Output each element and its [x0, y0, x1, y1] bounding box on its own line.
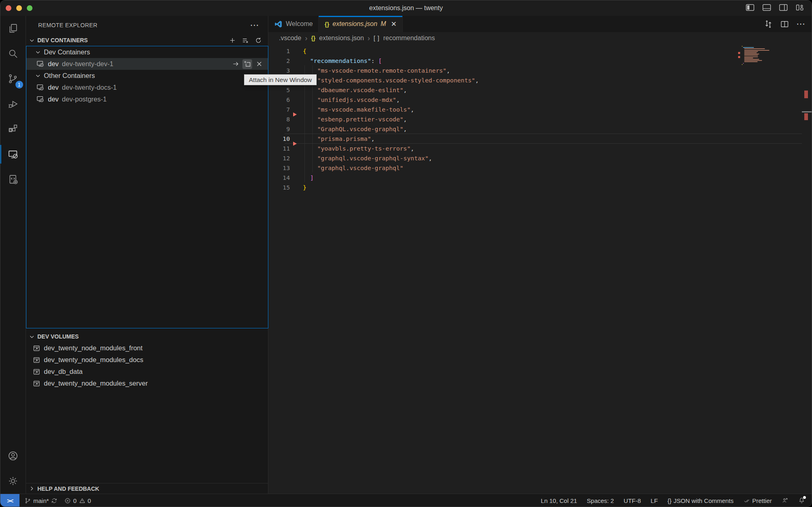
volume-row[interactable]: dev_twenty_node_modules_docs — [26, 354, 268, 366]
container-row-dev-twenty-docs-1[interactable]: dev dev-twenty-docs-1 — [26, 82, 268, 93]
container-row-dev-postgres-1[interactable]: dev dev-postgres-1 — [26, 93, 268, 105]
line-number: 9 — [268, 125, 290, 132]
remote-explorer-icon[interactable] — [0, 142, 26, 167]
code-line-15[interactable]: 15} — [268, 182, 812, 192]
git-branch-item[interactable]: main* — [24, 497, 58, 504]
braces-icon: {} — [667, 497, 672, 504]
remote-settings-icon[interactable] — [0, 167, 26, 192]
container-prefix: dev — [48, 84, 59, 91]
toggle-secondary-sidebar-icon[interactable] — [778, 2, 788, 14]
explorer-icon[interactable] — [0, 16, 26, 41]
line-number: 6 — [268, 96, 290, 103]
code-line-13[interactable]: 13 "graphql.vscode-graphql" — [268, 163, 812, 173]
chevron-down-icon — [28, 37, 35, 44]
editor-more-actions-icon[interactable]: ⋯ — [796, 22, 805, 26]
volume-row[interactable]: dev_db_data — [26, 366, 268, 378]
chevron-down-icon — [28, 333, 35, 340]
settings-gear-icon[interactable] — [0, 468, 26, 494]
json-file-icon: {} — [311, 35, 315, 41]
code-line-14[interactable]: 14 ] — [268, 173, 812, 182]
volume-name: dev_twenty_node_modules_server — [44, 380, 148, 387]
line-number: 15 — [268, 184, 290, 191]
code-line-5[interactable]: 5 "dbaeumer.vscode-eslint", — [268, 85, 812, 95]
code-line-10[interactable]: 10 "prisma.prisma", — [268, 134, 812, 143]
run-debug-icon[interactable] — [0, 91, 26, 117]
stop-container-icon[interactable] — [254, 59, 264, 69]
sync-icon[interactable] — [51, 497, 58, 504]
line-number: 10 — [268, 135, 290, 142]
volume-row[interactable]: dev_twenty_node_modules_server — [26, 378, 268, 389]
code-line-4[interactable]: 4 "styled-components.vscode-styled-compo… — [268, 75, 812, 85]
code-line-2[interactable]: 2 "recommendations": [ — [268, 56, 812, 65]
code-line-11[interactable]: 11 "yoavbls.pretty-ts-errors", — [268, 143, 812, 153]
group-label: Dev Containers — [44, 48, 90, 56]
search-icon[interactable] — [0, 41, 26, 66]
minimap[interactable] — [742, 46, 769, 82]
clean-list-icon[interactable] — [242, 37, 249, 44]
breadcrumb-file[interactable]: extensions.json — [319, 35, 364, 42]
cursor-position-item[interactable]: Ln 10, Col 21 — [541, 497, 577, 504]
container-prefix: dev — [48, 60, 59, 68]
breadcrumb: .vscode › {} extensions.json › [ ] recom… — [268, 32, 812, 44]
section-label: DEV VOLUMES — [37, 333, 79, 340]
container-row-dev-twenty-dev-1[interactable]: dev dev-twenty-dev-1 — [26, 58, 268, 70]
code-editor[interactable]: 1{2 "recommendations": [3 "ms-vscode-rem… — [268, 44, 812, 494]
source-control-icon[interactable]: 1 — [0, 66, 26, 91]
indentation-item[interactable]: Spaces: 2 — [587, 497, 614, 504]
customize-layout-icon[interactable] — [795, 2, 805, 14]
code-line-9[interactable]: 9 "GraphQL.vscode-graphql", — [268, 124, 812, 134]
help-and-feedback-section[interactable]: HELP AND FEEDBACK — [26, 483, 268, 494]
attach-in-new-window-icon[interactable] — [242, 59, 252, 69]
minimap-error-dot — [738, 56, 740, 58]
close-tab-icon[interactable]: ✕ — [391, 20, 397, 28]
code-line-3[interactable]: 3 "ms-vscode-remote.remote-containers", — [268, 65, 812, 75]
breadcrumb-symbol[interactable]: recommendations — [383, 35, 435, 42]
formatter-item[interactable]: Prettier — [743, 497, 772, 504]
overview-ruler-error-marker[interactable] — [804, 91, 808, 98]
overview-ruler-error-marker[interactable] — [804, 113, 808, 120]
tab-welcome[interactable]: Welcome — [268, 16, 319, 32]
volume-icon — [32, 368, 41, 376]
feedback-item[interactable] — [782, 497, 788, 505]
section-dev-containers[interactable]: DEV CONTAINERS — [26, 35, 268, 46]
toggle-primary-sidebar-icon[interactable] — [745, 2, 755, 14]
problems-item[interactable]: 0 0 — [64, 497, 91, 504]
scm-badge: 1 — [15, 81, 23, 88]
chevron-down-icon — [35, 72, 41, 79]
tab-extensions-json[interactable]: {} extensions.json M ✕ — [319, 16, 403, 32]
tree-group-other-containers[interactable]: Other Containers — [26, 70, 268, 82]
attach-to-container-icon[interactable] — [231, 59, 240, 69]
new-container-icon[interactable] — [229, 37, 236, 44]
tab-label: extensions.json — [333, 20, 377, 28]
tree-group-dev-containers[interactable]: Dev Containers — [26, 46, 268, 58]
volume-name: dev_twenty_node_modules_docs — [44, 356, 143, 364]
extensions-icon[interactable] — [0, 117, 26, 142]
notifications-item[interactable] — [798, 497, 805, 505]
line-number: 8 — [268, 116, 290, 123]
section-dev-volumes[interactable]: DEV VOLUMES — [26, 331, 268, 342]
code-line-6[interactable]: 6 "unifiedjs.vscode-mdx", — [268, 95, 812, 104]
code-line-12[interactable]: 12 "graphql.vscode-graphql-syntax", — [268, 153, 812, 163]
code-line-1[interactable]: 1{ — [268, 46, 812, 56]
volume-row[interactable]: dev_twenty_node_modules_front — [26, 342, 268, 354]
encoding-item[interactable]: UTF-8 — [624, 497, 641, 504]
overview-ruler-cursor-marker[interactable] — [802, 111, 812, 112]
compare-changes-icon[interactable] — [764, 19, 773, 29]
volume-name: dev_db_data — [44, 368, 82, 375]
code-line-7[interactable]: 7 "ms-vscode.makefile-tools", — [268, 104, 812, 114]
volume-name: dev_twenty_node_modules_front — [44, 344, 143, 352]
branch-name: main* — [33, 497, 49, 504]
vscode-logo-icon — [274, 20, 283, 28]
accounts-icon[interactable] — [0, 443, 26, 468]
remote-indicator[interactable]: >< — [0, 494, 19, 507]
sidebar-more-actions-icon[interactable]: ⋯ — [250, 23, 259, 27]
notification-dot — [803, 496, 806, 499]
eol-item[interactable]: LF — [651, 497, 658, 504]
code-line-8[interactable]: 8 "esbenp.prettier-vscode", — [268, 114, 812, 124]
toggle-panel-icon[interactable] — [762, 2, 772, 14]
split-editor-icon[interactable] — [780, 19, 789, 29]
refresh-icon[interactable] — [255, 37, 262, 44]
breadcrumb-folder[interactable]: .vscode — [279, 35, 301, 42]
line-number: 7 — [268, 106, 290, 113]
language-mode-item[interactable]: {} JSON with Comments — [667, 497, 734, 504]
